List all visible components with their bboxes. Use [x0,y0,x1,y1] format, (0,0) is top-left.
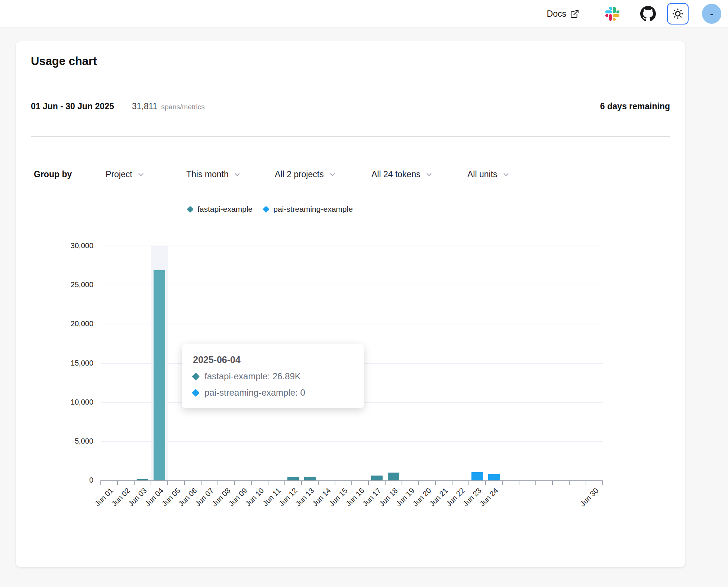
x-axis-tick [468,480,469,485]
github-icon [640,6,656,22]
tooltip-series-value: pai-streaming-example: 0 [204,387,305,398]
x-axis-label: Jun 07 [194,486,216,508]
x-axis-tick [351,480,352,485]
github-link[interactable] [640,6,656,22]
x-axis-tick [218,480,218,485]
x-axis-label: Jun 14 [311,486,333,508]
x-axis-tick [335,480,335,485]
x-axis-tick [318,480,319,485]
y-axis-label: 25,000 [41,280,93,289]
tooltip-row: pai-streaming-example: 0 [193,387,353,398]
y-axis-label: 5,000 [41,437,93,445]
x-axis-tick [435,480,436,485]
gridline [101,246,603,246]
x-axis-tick [284,480,285,485]
x-axis-label: Jun 24 [478,486,500,508]
topbar: Docs [0,0,728,28]
y-axis-label: 20,000 [41,320,93,328]
docs-link[interactable]: Docs [547,9,579,19]
x-axis-tick [569,480,570,485]
x-axis-tick [201,480,202,485]
x-axis-tick [134,480,135,485]
x-axis-label: Jun 17 [361,486,383,508]
x-axis-label: Jun 08 [210,486,232,508]
x-axis-label: Jun 22 [445,486,467,508]
bar-jun-13[interactable] [304,477,316,480]
avatar[interactable]: - [702,4,721,24]
x-axis-tick [117,480,118,485]
x-axis-label: Jun 06 [177,486,199,508]
x-axis-tick [301,480,302,485]
bar-jun-18[interactable] [388,473,399,480]
x-axis-tick [402,480,402,485]
x-axis-label: Jun 09 [227,486,249,508]
x-axis-tick [268,480,268,485]
x-axis-tick [234,480,235,485]
x-axis-label: Jun 20 [411,486,433,508]
x-axis-label: Jun 19 [394,486,416,508]
x-axis-label: Jun 10 [244,486,266,508]
tooltip-date: 2025-06-04 [193,354,353,365]
avatar-label: - [710,8,713,20]
x-axis-tick [385,480,386,485]
y-axis-label: 15,000 [41,359,93,367]
bar-jun-24[interactable] [488,474,500,480]
x-axis-tick [452,480,452,485]
gridline [101,285,603,285]
x-axis-tick [368,480,369,485]
bar-jun-23[interactable] [471,472,483,480]
x-axis-label: Jun 23 [461,486,483,508]
x-axis-label: Jun 03 [127,486,149,508]
theme-toggle-button[interactable] [667,3,689,25]
y-axis-label: 0 [41,476,93,484]
x-axis-tick [519,480,519,485]
diamond-marker-icon [192,372,200,380]
gridline [101,441,603,442]
x-axis-label: Jun 05 [160,486,182,508]
x-axis-tick [502,480,503,485]
gridline [101,324,603,324]
x-axis-tick [552,480,553,485]
x-axis-tick [602,480,603,485]
bar-chart: 05,00010,00015,00020,00025,00030,000Jun … [16,41,685,567]
x-axis-label: Jun 15 [328,486,349,508]
external-link-icon [570,9,579,19]
tooltip-row: fastapi-example: 26.89K [193,371,353,382]
docs-label: Docs [547,9,566,19]
y-axis-label: 10,000 [41,398,93,406]
x-axis-label: Jun 11 [261,486,283,508]
x-axis-label: Jun 16 [344,486,366,508]
x-axis-label: Jun 13 [294,486,316,508]
x-axis-label: Jun 04 [144,486,165,508]
diamond-marker-icon [192,389,200,396]
x-axis-label: Jun 01 [93,486,115,508]
x-axis-tick [251,480,252,485]
x-axis-tick [100,480,101,485]
tooltip-series-value: fastapi-example: 26.89K [204,371,301,382]
x-axis-tick [184,480,185,485]
x-axis-tick [151,480,151,485]
x-axis-label: Jun 12 [277,486,299,508]
bar-jun-04[interactable] [154,270,165,480]
bar-jun-12[interactable] [287,477,299,480]
x-axis-tick [535,480,536,485]
x-axis-label: Jun 02 [110,486,132,508]
y-axis-label: 30,000 [41,241,93,250]
x-axis-tick [167,480,168,485]
bar-jun-17[interactable] [371,476,383,480]
usage-card: Usage chart 01 Jun - 30 Jun 2025 31,811 … [16,41,685,567]
x-axis-label: Jun 30 [579,486,600,508]
x-axis-label: Jun 21 [428,486,450,508]
x-axis-label: Jun 18 [378,486,400,508]
chart-tooltip: 2025-06-04 fastapi-example: 26.89K pai-s… [182,344,364,408]
x-axis-tick [586,480,586,485]
slack-link[interactable] [605,7,619,21]
sun-icon [672,8,684,20]
x-axis-tick [485,480,486,485]
slack-icon [605,7,619,21]
x-axis-tick [418,480,419,485]
